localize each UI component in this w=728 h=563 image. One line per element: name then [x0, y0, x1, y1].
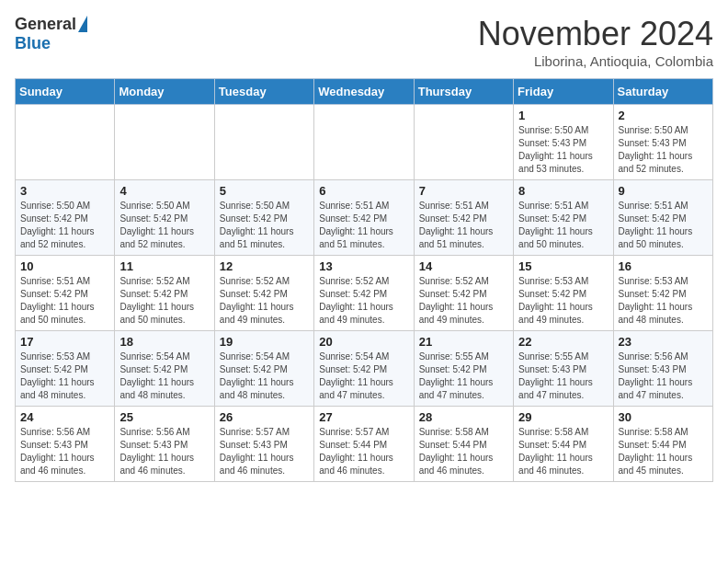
day-number: 14: [419, 259, 508, 273]
day-number: 8: [518, 184, 608, 198]
calendar-cell: 20Sunrise: 5:54 AM Sunset: 5:42 PM Dayli…: [314, 331, 414, 407]
day-info: Sunrise: 5:54 AM Sunset: 5:42 PM Dayligh…: [319, 350, 408, 402]
logo-general-text: General: [15, 15, 76, 34]
day-info: Sunrise: 5:56 AM Sunset: 5:43 PM Dayligh…: [20, 426, 109, 477]
day-header-friday: Friday: [514, 79, 613, 105]
calendar-cell: 18Sunrise: 5:54 AM Sunset: 5:42 PM Dayli…: [115, 331, 214, 407]
calendar-cell: 1Sunrise: 5:50 AM Sunset: 5:43 PM Daylig…: [514, 105, 613, 180]
day-info: Sunrise: 5:53 AM Sunset: 5:42 PM Dayligh…: [619, 275, 708, 327]
calendar-cell: 16Sunrise: 5:53 AM Sunset: 5:42 PM Dayli…: [613, 256, 712, 331]
day-info: Sunrise: 5:56 AM Sunset: 5:43 PM Dayligh…: [619, 350, 708, 402]
day-number: 1: [518, 109, 608, 122]
day-info: Sunrise: 5:52 AM Sunset: 5:42 PM Dayligh…: [419, 275, 508, 327]
calendar-cell: 10Sunrise: 5:51 AM Sunset: 5:42 PM Dayli…: [16, 256, 115, 331]
day-info: Sunrise: 5:51 AM Sunset: 5:42 PM Dayligh…: [20, 275, 109, 327]
calendar-cell: 8Sunrise: 5:51 AM Sunset: 5:42 PM Daylig…: [514, 180, 613, 256]
calendar-cell: [314, 105, 414, 180]
calendar-cell: 6Sunrise: 5:51 AM Sunset: 5:42 PM Daylig…: [314, 180, 414, 256]
day-info: Sunrise: 5:56 AM Sunset: 5:43 PM Dayligh…: [119, 426, 209, 477]
day-info: Sunrise: 5:55 AM Sunset: 5:42 PM Dayligh…: [419, 350, 508, 402]
day-info: Sunrise: 5:50 AM Sunset: 5:42 PM Dayligh…: [119, 200, 209, 251]
week-row-2: 3Sunrise: 5:50 AM Sunset: 5:42 PM Daylig…: [16, 180, 713, 256]
calendar-cell: [115, 105, 214, 180]
calendar-cell: 5Sunrise: 5:50 AM Sunset: 5:42 PM Daylig…: [214, 180, 313, 256]
day-number: 7: [419, 184, 508, 198]
calendar-cell: 24Sunrise: 5:56 AM Sunset: 5:43 PM Dayli…: [16, 407, 115, 482]
day-number: 24: [20, 410, 109, 424]
day-info: Sunrise: 5:57 AM Sunset: 5:43 PM Dayligh…: [220, 426, 309, 477]
day-header-wednesday: Wednesday: [314, 79, 414, 105]
day-number: 6: [319, 184, 408, 198]
day-info: Sunrise: 5:57 AM Sunset: 5:44 PM Dayligh…: [319, 426, 408, 477]
calendar-cell: [16, 105, 115, 180]
day-info: Sunrise: 5:58 AM Sunset: 5:44 PM Dayligh…: [619, 426, 708, 477]
calendar-cell: [214, 105, 313, 180]
day-info: Sunrise: 5:52 AM Sunset: 5:42 PM Dayligh…: [119, 275, 209, 327]
day-info: Sunrise: 5:51 AM Sunset: 5:42 PM Dayligh…: [518, 200, 608, 251]
calendar-header: SundayMondayTuesdayWednesdayThursdayFrid…: [16, 79, 713, 105]
calendar-cell: [414, 105, 513, 180]
day-number: 4: [119, 184, 209, 198]
day-number: 10: [20, 259, 109, 273]
calendar-cell: 17Sunrise: 5:53 AM Sunset: 5:42 PM Dayli…: [16, 331, 115, 407]
day-number: 25: [119, 410, 209, 424]
day-number: 29: [518, 410, 608, 424]
day-number: 20: [319, 335, 408, 349]
day-info: Sunrise: 5:50 AM Sunset: 5:43 PM Dayligh…: [619, 124, 708, 176]
day-number: 9: [619, 184, 708, 198]
calendar-cell: 22Sunrise: 5:55 AM Sunset: 5:43 PM Dayli…: [514, 331, 613, 407]
day-number: 28: [419, 410, 508, 424]
day-number: 5: [220, 184, 309, 198]
day-header-sunday: Sunday: [16, 79, 115, 105]
calendar-cell: 3Sunrise: 5:50 AM Sunset: 5:42 PM Daylig…: [16, 180, 115, 256]
calendar-cell: 30Sunrise: 5:58 AM Sunset: 5:44 PM Dayli…: [613, 407, 712, 482]
day-number: 21: [419, 335, 508, 349]
calendar-cell: 4Sunrise: 5:50 AM Sunset: 5:42 PM Daylig…: [115, 180, 214, 256]
day-number: 11: [119, 259, 209, 273]
day-info: Sunrise: 5:53 AM Sunset: 5:42 PM Dayligh…: [518, 275, 608, 327]
calendar-cell: 13Sunrise: 5:52 AM Sunset: 5:42 PM Dayli…: [314, 256, 414, 331]
day-number: 27: [319, 410, 408, 424]
day-info: Sunrise: 5:52 AM Sunset: 5:42 PM Dayligh…: [319, 275, 408, 327]
logo-blue-text: Blue: [15, 34, 51, 53]
calendar-cell: 12Sunrise: 5:52 AM Sunset: 5:42 PM Dayli…: [214, 256, 313, 331]
header-row: SundayMondayTuesdayWednesdayThursdayFrid…: [16, 79, 713, 105]
calendar-cell: 26Sunrise: 5:57 AM Sunset: 5:43 PM Dayli…: [214, 407, 313, 482]
day-number: 19: [220, 335, 309, 349]
day-number: 23: [619, 335, 708, 349]
day-info: Sunrise: 5:58 AM Sunset: 5:44 PM Dayligh…: [419, 426, 508, 477]
day-info: Sunrise: 5:51 AM Sunset: 5:42 PM Dayligh…: [319, 200, 408, 251]
day-info: Sunrise: 5:53 AM Sunset: 5:42 PM Dayligh…: [20, 350, 109, 402]
location: Liborina, Antioquia, Colombia: [478, 53, 713, 69]
header: General Blue November 2024 Liborina, Ant…: [15, 15, 713, 69]
day-header-monday: Monday: [115, 79, 214, 105]
day-info: Sunrise: 5:51 AM Sunset: 5:42 PM Dayligh…: [419, 200, 508, 251]
calendar-cell: 29Sunrise: 5:58 AM Sunset: 5:44 PM Dayli…: [514, 407, 613, 482]
day-header-saturday: Saturday: [613, 79, 712, 105]
day-info: Sunrise: 5:50 AM Sunset: 5:42 PM Dayligh…: [220, 200, 309, 251]
week-row-4: 17Sunrise: 5:53 AM Sunset: 5:42 PM Dayli…: [16, 331, 713, 407]
calendar-cell: 28Sunrise: 5:58 AM Sunset: 5:44 PM Dayli…: [414, 407, 513, 482]
day-number: 30: [619, 410, 708, 424]
day-number: 15: [518, 259, 608, 273]
day-header-tuesday: Tuesday: [214, 79, 313, 105]
calendar-cell: 21Sunrise: 5:55 AM Sunset: 5:42 PM Dayli…: [414, 331, 513, 407]
day-info: Sunrise: 5:50 AM Sunset: 5:42 PM Dayligh…: [20, 200, 109, 251]
month-title: November 2024: [478, 15, 713, 53]
calendar-body: 1Sunrise: 5:50 AM Sunset: 5:43 PM Daylig…: [16, 105, 713, 482]
day-number: 2: [619, 109, 708, 122]
day-info: Sunrise: 5:52 AM Sunset: 5:42 PM Dayligh…: [220, 275, 309, 327]
day-number: 18: [119, 335, 209, 349]
calendar-cell: 11Sunrise: 5:52 AM Sunset: 5:42 PM Dayli…: [115, 256, 214, 331]
calendar-cell: 19Sunrise: 5:54 AM Sunset: 5:42 PM Dayli…: [214, 331, 313, 407]
day-number: 26: [220, 410, 309, 424]
calendar-cell: 2Sunrise: 5:50 AM Sunset: 5:43 PM Daylig…: [613, 105, 712, 180]
day-number: 16: [619, 259, 708, 273]
day-number: 3: [20, 184, 109, 198]
week-row-5: 24Sunrise: 5:56 AM Sunset: 5:43 PM Dayli…: [16, 407, 713, 482]
day-number: 13: [319, 259, 408, 273]
day-info: Sunrise: 5:51 AM Sunset: 5:42 PM Dayligh…: [619, 200, 708, 251]
calendar-cell: 25Sunrise: 5:56 AM Sunset: 5:43 PM Dayli…: [115, 407, 214, 482]
day-number: 22: [518, 335, 608, 349]
day-number: 12: [220, 259, 309, 273]
